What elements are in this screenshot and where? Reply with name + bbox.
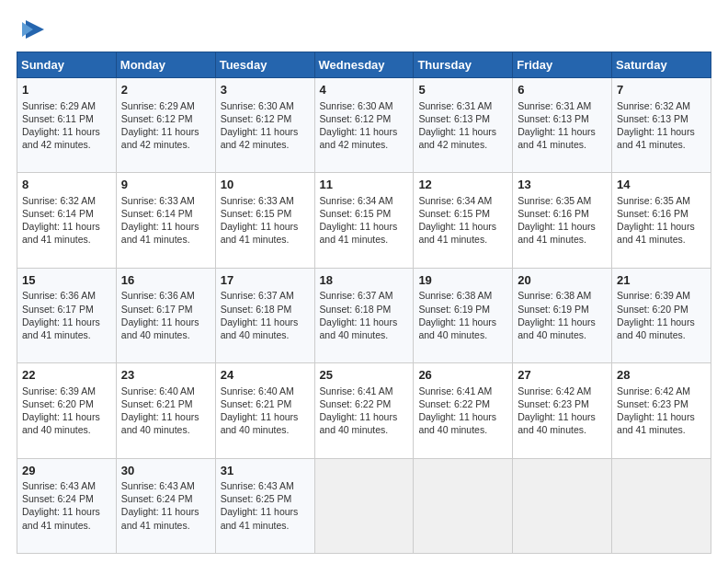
day-info-line: Daylight: 11 hours	[221, 505, 310, 518]
day-number: 2	[121, 82, 210, 98]
calendar-weekday-wednesday: Wednesday	[314, 52, 414, 78]
day-info-line: Sunset: 6:24 PM	[22, 492, 111, 505]
day-info-line: Daylight: 11 hours	[221, 220, 310, 233]
day-info-line: and 42 minutes.	[221, 138, 310, 151]
day-info-line: Sunrise: 6:39 AM	[617, 289, 706, 302]
day-info-line: and 42 minutes.	[320, 138, 409, 151]
day-info-line: Daylight: 11 hours	[617, 220, 706, 233]
calendar-cell: 30Sunrise: 6:43 AMSunset: 6:24 PMDayligh…	[116, 458, 215, 553]
day-info-line: Daylight: 11 hours	[121, 410, 210, 423]
day-info-line: Sunset: 6:19 PM	[518, 303, 607, 316]
calendar-cell: 26Sunrise: 6:41 AMSunset: 6:22 PMDayligh…	[414, 363, 513, 458]
calendar-cell: 24Sunrise: 6:40 AMSunset: 6:21 PMDayligh…	[215, 363, 314, 458]
day-number: 3	[221, 82, 310, 98]
day-info-line: Sunrise: 6:42 AM	[518, 385, 607, 397]
day-info-line: Sunset: 6:23 PM	[617, 397, 706, 410]
day-number: 17	[221, 272, 310, 289]
day-info-line: Daylight: 11 hours	[121, 125, 210, 138]
day-number: 27	[518, 367, 607, 384]
day-info-line: Daylight: 11 hours	[320, 220, 409, 233]
day-info-line: Sunset: 6:12 PM	[121, 112, 210, 125]
day-info-line: and 41 minutes.	[22, 519, 111, 532]
day-info-line: Sunset: 6:18 PM	[221, 303, 310, 316]
day-info-line: Daylight: 11 hours	[518, 220, 607, 233]
day-info-line: Sunset: 6:16 PM	[518, 207, 607, 220]
day-info-line: Sunrise: 6:33 AM	[121, 194, 210, 207]
day-info-line: Daylight: 11 hours	[617, 125, 706, 138]
calendar-cell: 31Sunrise: 6:43 AMSunset: 6:25 PMDayligh…	[215, 458, 314, 553]
day-info-line: Sunset: 6:24 PM	[121, 492, 210, 505]
day-info-line: Sunrise: 6:32 AM	[617, 99, 706, 112]
day-number: 12	[418, 177, 507, 193]
day-info-line: Sunrise: 6:29 AM	[121, 99, 210, 112]
calendar-cell: 3Sunrise: 6:30 AMSunset: 6:12 PMDaylight…	[215, 78, 314, 173]
day-number: 23	[121, 367, 210, 384]
calendar-cell: 1Sunrise: 6:29 AMSunset: 6:11 PMDaylight…	[17, 78, 117, 173]
day-info-line: Daylight: 11 hours	[22, 410, 111, 423]
calendar-week-row: 8Sunrise: 6:32 AMSunset: 6:14 PMDaylight…	[17, 173, 711, 268]
calendar-cell: 7Sunrise: 6:32 AMSunset: 6:13 PMDaylight…	[612, 78, 711, 173]
day-info-line: Daylight: 11 hours	[518, 316, 607, 328]
calendar-cell: 13Sunrise: 6:35 AMSunset: 6:16 PMDayligh…	[513, 173, 612, 268]
day-info-line: Sunrise: 6:38 AM	[418, 289, 507, 302]
calendar-weekday-tuesday: Tuesday	[215, 52, 314, 78]
day-info-line: and 40 minutes.	[418, 328, 507, 341]
calendar-cell: 4Sunrise: 6:30 AMSunset: 6:12 PMDaylight…	[314, 78, 414, 173]
calendar-cell: 8Sunrise: 6:32 AMSunset: 6:14 PMDaylight…	[17, 173, 117, 268]
calendar-cell: 12Sunrise: 6:34 AMSunset: 6:15 PMDayligh…	[414, 173, 513, 268]
calendar-cell: 28Sunrise: 6:42 AMSunset: 6:23 PMDayligh…	[612, 363, 711, 458]
day-info-line: Sunrise: 6:35 AM	[617, 194, 706, 207]
day-info-line: and 40 minutes.	[221, 328, 310, 341]
day-info-line: Sunrise: 6:34 AM	[320, 194, 409, 207]
day-number: 4	[320, 82, 409, 98]
day-info-line: Daylight: 11 hours	[418, 410, 507, 423]
day-info-line: Sunrise: 6:43 AM	[22, 479, 111, 492]
logo-icon	[20, 17, 46, 42]
day-info-line: Daylight: 11 hours	[320, 316, 409, 328]
calendar-cell: 2Sunrise: 6:29 AMSunset: 6:12 PMDaylight…	[116, 78, 215, 173]
calendar-cell: 21Sunrise: 6:39 AMSunset: 6:20 PMDayligh…	[612, 268, 711, 362]
day-info-line: Sunset: 6:12 PM	[221, 112, 310, 125]
day-info-line: Daylight: 11 hours	[320, 410, 409, 423]
day-info-line: Sunset: 6:22 PM	[320, 397, 409, 410]
day-info-line: Daylight: 11 hours	[617, 410, 706, 423]
day-info-line: Sunset: 6:22 PM	[418, 397, 507, 410]
calendar-week-row: 1Sunrise: 6:29 AMSunset: 6:11 PMDaylight…	[17, 78, 711, 173]
day-info-line: Sunrise: 6:38 AM	[518, 289, 607, 302]
day-info-line: Sunrise: 6:33 AM	[221, 194, 310, 207]
day-info-line: Sunrise: 6:30 AM	[221, 99, 310, 112]
day-number: 19	[418, 272, 507, 289]
day-info-line: and 40 minutes.	[518, 328, 607, 341]
day-info-line: Daylight: 11 hours	[121, 505, 210, 518]
day-info-line: and 41 minutes.	[418, 233, 507, 246]
calendar-cell: 16Sunrise: 6:36 AMSunset: 6:17 PMDayligh…	[116, 268, 215, 362]
calendar-week-row: 22Sunrise: 6:39 AMSunset: 6:20 PMDayligh…	[17, 363, 711, 458]
day-number: 16	[121, 272, 210, 289]
day-info-line: Daylight: 11 hours	[418, 220, 507, 233]
day-info-line: Sunrise: 6:41 AM	[418, 385, 507, 397]
day-info-line: Sunset: 6:11 PM	[22, 112, 111, 125]
calendar-cell	[513, 458, 612, 553]
day-number: 21	[617, 272, 706, 289]
day-number: 15	[22, 272, 111, 289]
calendar-cell	[314, 458, 414, 553]
day-info-line: Daylight: 11 hours	[22, 125, 111, 138]
day-info-line: and 40 minutes.	[121, 423, 210, 436]
day-number: 14	[617, 177, 706, 193]
day-info-line: and 42 minutes.	[121, 138, 210, 151]
day-info-line: Sunrise: 6:30 AM	[320, 99, 409, 112]
calendar-cell	[612, 458, 711, 553]
day-number: 25	[320, 367, 409, 384]
day-info-line: Sunset: 6:21 PM	[121, 397, 210, 410]
day-info-line: Daylight: 11 hours	[22, 220, 111, 233]
day-info-line: Daylight: 11 hours	[320, 125, 409, 138]
day-number: 30	[121, 463, 210, 479]
day-info-line: Daylight: 11 hours	[22, 316, 111, 328]
calendar-cell: 10Sunrise: 6:33 AMSunset: 6:15 PMDayligh…	[215, 173, 314, 268]
day-info-line: and 41 minutes.	[617, 423, 706, 436]
day-info-line: Sunset: 6:13 PM	[518, 112, 607, 125]
day-info-line: Sunrise: 6:39 AM	[22, 385, 111, 397]
day-info-line: Sunset: 6:12 PM	[320, 112, 409, 125]
day-number: 10	[221, 177, 310, 193]
calendar-cell: 6Sunrise: 6:31 AMSunset: 6:13 PMDaylight…	[513, 78, 612, 173]
